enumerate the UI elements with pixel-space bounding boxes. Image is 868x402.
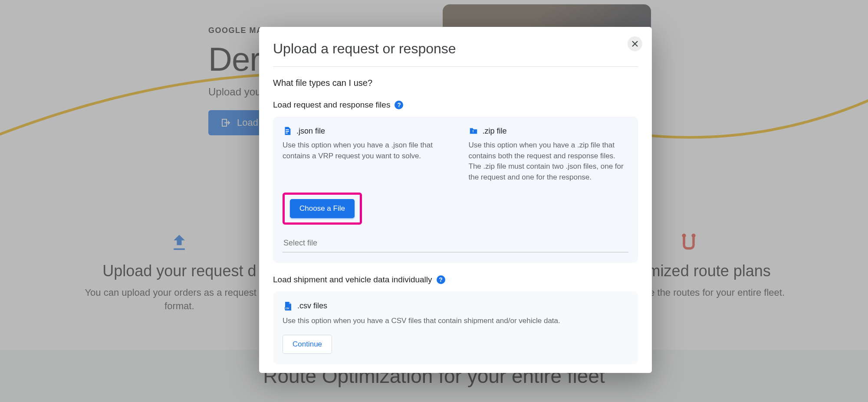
section-load-individual-label: Load shipment and vehicle data individua… [273,275,638,284]
csv-desc: Use this option when you have a CSV file… [283,316,628,327]
zip-desc: Use this option when you have a .zip fil… [469,140,629,183]
json-label: .json file [296,127,325,136]
svg-text:CSV: CSV [285,307,289,309]
file-types-question: What file types can I use? [273,78,638,88]
help-icon[interactable]: ? [437,275,445,284]
zip-label: .zip file [483,127,507,136]
json-desc: Use this option when you have a .json fi… [283,140,443,161]
csv-card: CSV .csv files Use this option when you … [273,291,638,365]
close-button[interactable] [628,36,642,51]
continue-button[interactable]: Continue [283,335,332,354]
zip-option: .zip file Use this option when you have … [469,126,629,183]
modal-title: Upload a request or response [273,41,638,67]
section-load-files-label: Load request and response files ? [273,100,638,110]
file-csv-icon: CSV [283,301,293,311]
upload-modal: Upload a request or response What file t… [259,27,652,373]
help-icon[interactable]: ? [395,101,403,109]
choose-file-button[interactable]: Choose a File [290,199,355,218]
file-upload-card: .json file Use this option when you have… [273,117,638,263]
file-zip-icon [469,126,478,136]
svg-rect-3 [286,131,289,132]
json-option: .json file Use this option when you have… [283,126,443,183]
close-icon [631,40,638,47]
svg-rect-2 [286,129,289,130]
highlight-annotation: Choose a File [283,193,362,225]
svg-rect-6 [473,131,473,132]
svg-rect-5 [473,130,473,131]
svg-rect-4 [286,133,288,134]
file-json-icon [283,126,292,136]
csv-label: .csv files [297,301,327,310]
select-file-input[interactable] [283,234,628,252]
